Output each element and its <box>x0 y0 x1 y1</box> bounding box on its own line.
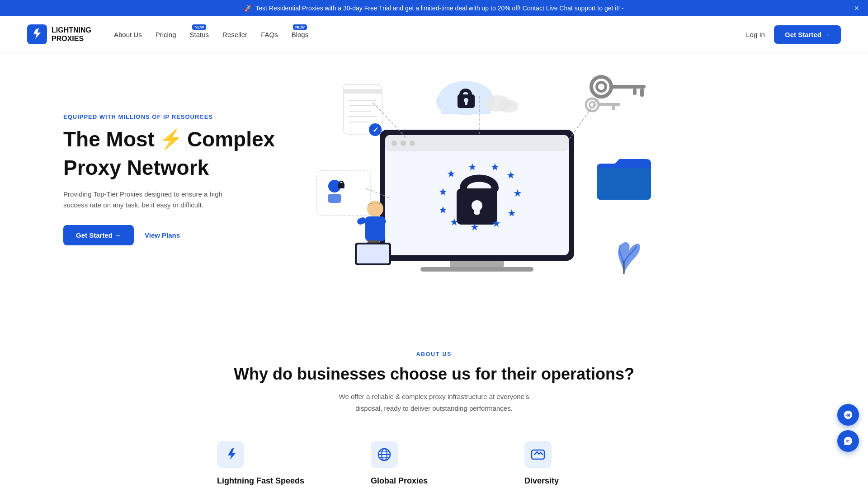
status-badge: NEW <box>192 24 206 30</box>
svg-point-31 <box>401 141 406 146</box>
nav-links: About Us Pricing NEW Status Reseller FAQ… <box>114 31 737 38</box>
hero-description: Providing Top-Tier Proxies designed to e… <box>63 189 235 211</box>
nav-link-blogs-wrapper: NEW Blogs <box>292 31 309 38</box>
svg-point-19 <box>597 82 606 91</box>
feature-card-global: Global Proxies Our proxy network contain… <box>371 441 497 488</box>
svg-text:★: ★ <box>507 207 516 219</box>
svg-line-65 <box>570 100 597 139</box>
feature-title-diversity: Diversity <box>524 476 651 486</box>
nav-link-status[interactable]: Status <box>190 31 209 38</box>
telegram-icon <box>843 410 853 420</box>
nav-link-about[interactable]: About Us <box>114 31 142 38</box>
svg-text:★: ★ <box>450 216 459 228</box>
navbar: LIGHTNING PROXIES About Us Pricing NEW S… <box>0 16 868 53</box>
about-description: We offer a reliable & complex proxy infr… <box>330 391 538 414</box>
svg-text:★: ★ <box>470 221 479 233</box>
svg-rect-47 <box>450 261 504 267</box>
feature-title-lightning: Lightning Fast Speeds <box>217 476 344 486</box>
svg-text:★: ★ <box>439 204 448 216</box>
hero-svg-illustration: ✓ <box>307 71 660 297</box>
nav-link-blogs[interactable]: Blogs <box>292 31 309 38</box>
svg-text:★: ★ <box>491 161 500 173</box>
svg-text:★: ★ <box>447 168 456 179</box>
nav-link-pricing[interactable]: Pricing <box>156 31 176 38</box>
svg-point-32 <box>410 141 415 146</box>
nav-link-reseller[interactable]: Reseller <box>222 31 247 38</box>
hero-section: EQUIPPED WITH MILLIONS OF IP RESOURCES T… <box>0 53 868 315</box>
lightning-icon <box>223 447 238 462</box>
hero-title: The Most ⚡ Complex Proxy Network <box>63 127 289 180</box>
svg-text:★: ★ <box>506 169 515 181</box>
feature-title-global: Global Proxies <box>371 476 497 486</box>
svg-rect-21 <box>633 89 637 95</box>
feature-card-lightning: Lightning Fast Speeds Proxy speeds fuele… <box>217 441 344 488</box>
about-section: ABOUT US Why do businesses choose us for… <box>0 315 868 488</box>
logo[interactable]: LIGHTNING PROXIES <box>27 24 91 44</box>
svg-text:★: ★ <box>468 161 477 173</box>
svg-text:★: ★ <box>513 188 522 199</box>
logo-text: LIGHTNING PROXIES <box>52 26 91 43</box>
svg-point-14 <box>499 100 519 113</box>
rocket-icon: 🚀 <box>244 5 252 12</box>
chat-buttons <box>837 404 859 452</box>
feature-icon-lightning-box <box>217 441 244 468</box>
blogs-badge: NEW <box>293 24 307 30</box>
diversity-icon <box>531 447 545 462</box>
svg-rect-49 <box>316 170 371 216</box>
svg-rect-20 <box>609 85 646 89</box>
svg-rect-35 <box>474 207 480 215</box>
feature-icon-diversity-box <box>524 441 552 468</box>
about-eyebrow: ABOUT US <box>27 351 841 357</box>
hero-title-part2: Complex <box>187 127 275 151</box>
svg-text:★: ★ <box>439 186 448 197</box>
hero-illustration: ✓ <box>307 71 823 288</box>
svg-point-30 <box>392 141 397 146</box>
telegram-chat-button[interactable] <box>837 404 859 426</box>
hero-title-line2: Proxy Network <box>63 156 289 180</box>
svg-rect-52 <box>338 183 344 188</box>
hero-buttons: Get Started → View Plans <box>63 225 289 245</box>
chat-icon <box>843 436 853 446</box>
logo-icon <box>27 24 47 44</box>
svg-rect-51 <box>328 194 341 203</box>
nav-link-faqs[interactable]: FAQs <box>261 31 278 38</box>
hero-content: EQUIPPED WITH MILLIONS OF IP RESOURCES T… <box>63 113 289 245</box>
feature-card-diversity: Diversity Be it Datacenter, Residential,… <box>524 441 651 488</box>
login-link[interactable]: Log In <box>746 31 765 38</box>
live-chat-button[interactable] <box>837 430 859 452</box>
hero-get-started-button[interactable]: Get Started → <box>63 225 134 245</box>
about-title: Why do businesses choose us for their op… <box>27 365 841 384</box>
svg-text:★: ★ <box>492 218 501 229</box>
hero-view-plans-link[interactable]: View Plans <box>145 231 180 239</box>
svg-rect-48 <box>420 267 533 272</box>
svg-rect-25 <box>598 103 620 106</box>
svg-rect-17 <box>465 101 467 105</box>
globe-icon <box>377 447 392 462</box>
features-grid: Lightning Fast Speeds Proxy speeds fuele… <box>27 441 841 488</box>
feature-icon-global-box <box>371 441 398 468</box>
banner-text: Test Residential Proxies with a 30-day F… <box>255 5 623 12</box>
hero-eyebrow: EQUIPPED WITH MILLIONS OF IP RESOURCES <box>63 113 289 120</box>
svg-point-18 <box>591 77 611 97</box>
nav-link-status-wrapper: NEW Status <box>190 31 209 38</box>
svg-text:✓: ✓ <box>373 126 378 134</box>
svg-rect-22 <box>640 89 644 97</box>
hero-lightning-icon: ⚡ <box>159 128 183 150</box>
svg-point-24 <box>590 102 595 108</box>
hero-title-part1: The Most <box>63 127 155 151</box>
svg-rect-1 <box>344 89 382 94</box>
top-banner: 🚀 Test Residential Proxies with a 30-day… <box>0 0 868 16</box>
nav-right: Log In Get Started → <box>746 25 841 44</box>
svg-rect-61 <box>597 168 651 200</box>
svg-rect-60 <box>357 244 389 263</box>
svg-rect-26 <box>612 106 615 110</box>
banner-close-button[interactable]: × <box>854 4 859 13</box>
get-started-nav-button[interactable]: Get Started → <box>774 25 841 44</box>
